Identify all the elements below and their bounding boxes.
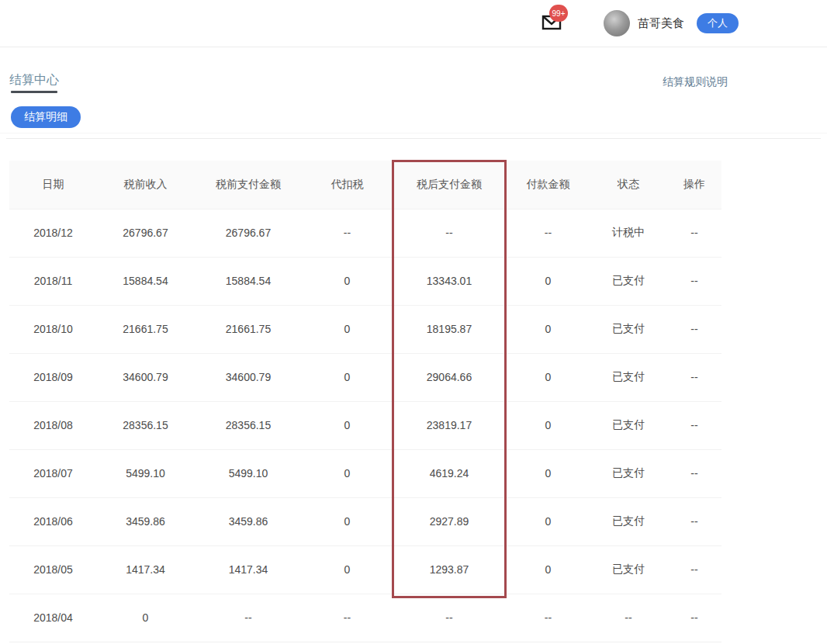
table-cell: 2018/10	[9, 305, 97, 353]
table-row: 2018/1226796.6726796.67------计税中--	[9, 209, 721, 257]
table-cell: 5499.10	[194, 449, 303, 497]
table-cell: 34600.79	[97, 353, 194, 401]
column-header: 付款金额	[507, 161, 590, 209]
table-cell: 已支付	[590, 545, 667, 594]
table-cell: --	[303, 209, 392, 257]
table-cell: 0	[507, 353, 590, 401]
table-cell: 1293.87	[392, 545, 507, 594]
table-row: 2018/0934600.7934600.79029064.660已支付--	[9, 353, 721, 401]
table-cell: 0	[507, 401, 590, 449]
table-cell: 2018/04	[9, 594, 97, 642]
table-cell: --	[590, 594, 667, 642]
table-cell: 3459.86	[194, 497, 303, 545]
mail-icon	[542, 22, 562, 35]
column-header: 操作	[667, 161, 721, 209]
table-cell: 计税中	[590, 209, 667, 257]
table-cell: --	[667, 594, 721, 642]
table-cell: 2018/12	[9, 209, 97, 257]
table-cell: 3459.86	[97, 497, 194, 545]
table-cell: --	[194, 594, 303, 642]
table-cell: --	[667, 353, 721, 401]
table-cell: --	[667, 401, 721, 449]
column-header: 日期	[9, 161, 97, 209]
table-cell: 0	[303, 401, 392, 449]
avatar[interactable]	[604, 10, 630, 36]
settlement-rules-link[interactable]: 结算规则说明	[663, 75, 728, 89]
separator-line	[0, 133, 827, 133]
table-cell: 0	[303, 449, 392, 497]
table-cell: 1417.34	[97, 545, 194, 594]
column-header: 状态	[590, 161, 667, 209]
table-cell: 已支付	[590, 449, 667, 497]
table-cell: --	[392, 209, 507, 257]
table-cell: --	[667, 209, 721, 257]
table-cell: 2927.89	[392, 497, 507, 545]
table-row: 2018/040------------	[9, 594, 721, 642]
tab-active-underline	[11, 91, 57, 93]
table-cell: --	[507, 209, 590, 257]
column-header: 代扣税	[303, 161, 392, 209]
table-cell: 26796.67	[97, 209, 194, 257]
column-header: 税后支付金额	[392, 161, 507, 209]
table-cell: 2018/06	[9, 497, 97, 545]
table-row: 2018/051417.341417.3401293.870已支付--	[9, 545, 721, 594]
table-cell: --	[303, 594, 392, 642]
table-cell: 已支付	[590, 257, 667, 305]
table-cell: 34600.79	[194, 353, 303, 401]
settlement-table: 日期税前收入税前支付金额代扣税税后支付金额付款金额状态操作 2018/12267…	[9, 161, 721, 642]
table-cell: 0	[303, 257, 392, 305]
table-cell: 0	[507, 305, 590, 353]
table-cell: 0	[303, 353, 392, 401]
table-cell: 已支付	[590, 497, 667, 545]
table-cell: --	[667, 545, 721, 594]
table-cell: 5499.10	[97, 449, 194, 497]
table-cell: 0	[303, 497, 392, 545]
table-cell: 2018/08	[9, 401, 97, 449]
tab-settlement-center[interactable]: 结算中心	[9, 72, 59, 88]
separator-line	[6, 138, 821, 139]
table-cell: 28356.15	[194, 401, 303, 449]
table-cell: 0	[507, 257, 590, 305]
user-area: 苗哥美食 个人	[604, 10, 739, 36]
column-header: 税前收入	[97, 161, 194, 209]
table-cell: 已支付	[590, 353, 667, 401]
mail-button[interactable]: 99+	[542, 12, 562, 33]
table-cell: 21661.75	[97, 305, 194, 353]
table-cell: 4619.24	[392, 449, 507, 497]
table-cell: --	[392, 594, 507, 642]
table-cell: --	[507, 594, 590, 642]
table-cell: 1417.34	[194, 545, 303, 594]
table-cell: 15884.54	[97, 257, 194, 305]
table-cell: --	[667, 449, 721, 497]
table-cell: 2018/05	[9, 545, 97, 594]
table-cell: --	[667, 305, 721, 353]
table-cell: 已支付	[590, 401, 667, 449]
table-cell: 15884.54	[194, 257, 303, 305]
table-cell: 26796.67	[194, 209, 303, 257]
table-cell: 已支付	[590, 305, 667, 353]
table-cell: 28356.15	[97, 401, 194, 449]
table-row: 2018/063459.863459.8602927.890已支付--	[9, 497, 721, 545]
column-header: 税前支付金额	[194, 161, 303, 209]
table-cell: 29064.66	[392, 353, 507, 401]
table-cell: 0	[507, 545, 590, 594]
topbar: 99+ 苗哥美食 个人	[0, 0, 827, 47]
username: 苗哥美食	[638, 16, 684, 31]
table-cell: --	[667, 257, 721, 305]
account-type-badge[interactable]: 个人	[697, 13, 739, 33]
table-cell: 21661.75	[194, 305, 303, 353]
table-cell: 2018/07	[9, 449, 97, 497]
mail-badge: 99+	[549, 5, 568, 22]
table-row: 2018/075499.105499.1004619.240已支付--	[9, 449, 721, 497]
table-cell: 0	[303, 305, 392, 353]
table-cell: 2018/11	[9, 257, 97, 305]
table-cell: 2018/09	[9, 353, 97, 401]
table-cell: 0	[507, 449, 590, 497]
table-cell: 0	[507, 497, 590, 545]
table-cell: 0	[303, 545, 392, 594]
table-row: 2018/0828356.1528356.15023819.170已支付--	[9, 401, 721, 449]
table-row: 2018/1021661.7521661.75018195.870已支付--	[9, 305, 721, 353]
settlement-details-button[interactable]: 结算明细	[11, 106, 81, 128]
table-cell: 18195.87	[392, 305, 507, 353]
table-cell: --	[667, 497, 721, 545]
